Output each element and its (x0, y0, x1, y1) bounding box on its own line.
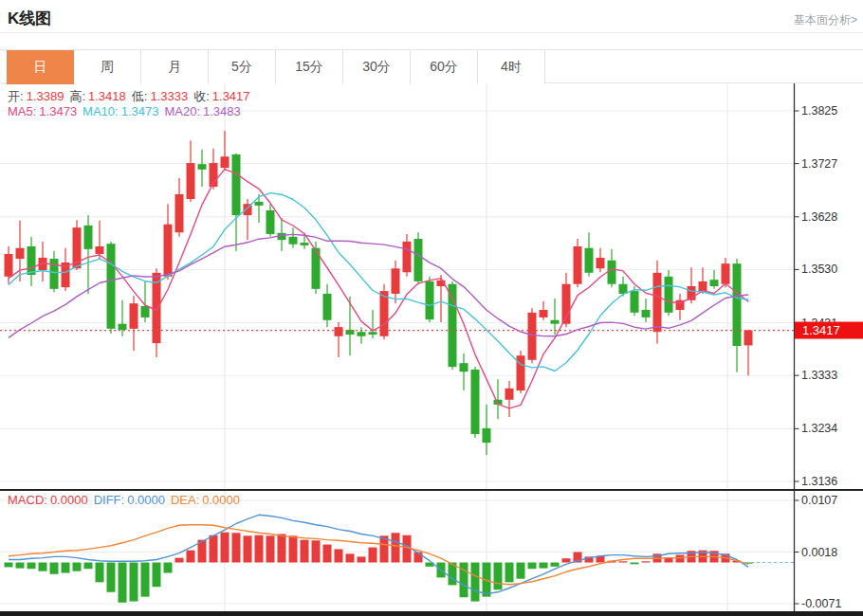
macd-bar[interactable] (153, 563, 161, 588)
macd-bar[interactable] (301, 540, 309, 563)
macd-bar[interactable] (255, 535, 264, 563)
macd-bar[interactable] (312, 540, 321, 562)
macd-bar[interactable] (16, 563, 25, 569)
candle-body[interactable] (551, 320, 560, 324)
candle-body[interactable] (358, 332, 366, 336)
candle-body[interactable] (5, 254, 13, 277)
candle-body[interactable] (380, 291, 389, 336)
macd-layer (5, 515, 795, 602)
macd-bar[interactable] (619, 561, 628, 562)
candle-body[interactable] (289, 237, 298, 245)
candle-body[interactable] (84, 226, 93, 249)
macd-bar[interactable] (84, 563, 93, 570)
macd-bar[interactable] (175, 558, 184, 563)
candle-body[interactable] (107, 244, 116, 329)
candle-body[interactable] (335, 327, 343, 336)
macd-bar[interactable] (39, 563, 47, 571)
macd-bar[interactable] (517, 563, 525, 579)
macd-bar[interactable] (96, 563, 104, 583)
candle-body[interactable] (414, 239, 423, 281)
macd-bar[interactable] (642, 561, 651, 562)
candle-body[interactable] (699, 281, 707, 291)
macd-bar[interactable] (5, 563, 13, 568)
macd-bar[interactable] (505, 563, 514, 583)
macd-bar[interactable] (335, 549, 343, 562)
macd-bar[interactable] (130, 563, 138, 602)
candle-body[interactable] (483, 428, 491, 443)
macd-bar[interactable] (369, 548, 377, 563)
macd-bar[interactable] (460, 563, 468, 598)
macd-bar[interactable] (551, 563, 560, 567)
macd-bar[interactable] (494, 563, 503, 590)
macd-bar[interactable] (62, 563, 70, 573)
macd-bar[interactable] (210, 535, 218, 563)
candle-body[interactable] (266, 210, 275, 234)
macd-bar[interactable] (164, 563, 173, 573)
candle-body[interactable] (653, 273, 662, 332)
macd-bar[interactable] (392, 533, 400, 562)
candle-body[interactable] (119, 324, 127, 330)
candle-body[interactable] (403, 242, 412, 272)
candle-body[interactable] (187, 163, 195, 199)
macd-bar[interactable] (540, 563, 548, 569)
macd-bar[interactable] (244, 535, 252, 562)
candle-body[interactable] (175, 194, 184, 232)
candle-body[interactable] (392, 268, 400, 294)
ma-legend: MA5:1.3473MA10:1.3473MA20:1.3483 (8, 104, 247, 118)
candle-body[interactable] (722, 263, 730, 284)
macd-item: DEA:0.0000 (171, 493, 243, 507)
candle-body[interactable] (50, 259, 59, 289)
candle-body[interactable] (733, 263, 742, 346)
candle-body[interactable] (540, 310, 548, 317)
candle-body[interactable] (505, 389, 514, 400)
macd-bar[interactable] (28, 563, 36, 570)
candle-body[interactable] (221, 156, 230, 168)
candle-body[interactable] (460, 363, 468, 371)
macd-bar[interactable] (358, 556, 366, 562)
candle-body[interactable] (744, 331, 753, 346)
macd-bar[interactable] (528, 563, 537, 570)
macd-bar[interactable] (278, 534, 286, 563)
candle-body[interactable] (597, 258, 605, 268)
macd-bar[interactable] (676, 555, 685, 563)
candle-body[interactable] (141, 306, 150, 317)
candle-body[interactable] (232, 154, 241, 215)
macd-bar[interactable] (232, 533, 241, 562)
candle-body[interactable] (471, 370, 480, 434)
candle-body[interactable] (449, 284, 457, 367)
macd-bar[interactable] (471, 563, 480, 602)
candle-body[interactable] (369, 332, 377, 335)
candle-body[interactable] (574, 246, 582, 284)
candle-body[interactable] (528, 313, 537, 360)
candle-body[interactable] (96, 246, 104, 254)
macd-bar[interactable] (266, 535, 275, 562)
candle-body[interactable] (198, 164, 207, 170)
macd-bar[interactable] (631, 563, 639, 565)
macd-bar[interactable] (107, 563, 116, 592)
candle-body[interactable] (255, 202, 264, 206)
candle-body[interactable] (608, 261, 616, 284)
macd-bar[interactable] (73, 563, 82, 571)
macd-bar[interactable] (323, 545, 332, 563)
candle-body[interactable] (426, 281, 434, 319)
candle-body[interactable] (28, 246, 36, 275)
macd-bar[interactable] (50, 563, 59, 574)
candle-body[interactable] (130, 303, 138, 329)
macd-bar[interactable] (289, 535, 298, 562)
macd-bar[interactable] (141, 563, 150, 597)
macd-bar[interactable] (119, 563, 127, 603)
candle-body[interactable] (164, 225, 173, 277)
candle-body[interactable] (665, 277, 673, 313)
macd-bar[interactable] (346, 553, 355, 562)
candle-body[interactable] (631, 291, 639, 313)
candle-body[interactable] (301, 243, 309, 245)
candle-body[interactable] (585, 248, 594, 273)
macd-bar[interactable] (562, 558, 571, 562)
candle-body[interactable] (710, 280, 719, 286)
candle-body[interactable] (642, 310, 651, 317)
chart-bottom-scrollbar[interactable] (0, 611, 863, 616)
candle-body[interactable] (16, 248, 25, 259)
candle-body[interactable] (323, 294, 332, 320)
macd-bar[interactable] (221, 533, 230, 563)
macd-bar[interactable] (187, 551, 195, 563)
